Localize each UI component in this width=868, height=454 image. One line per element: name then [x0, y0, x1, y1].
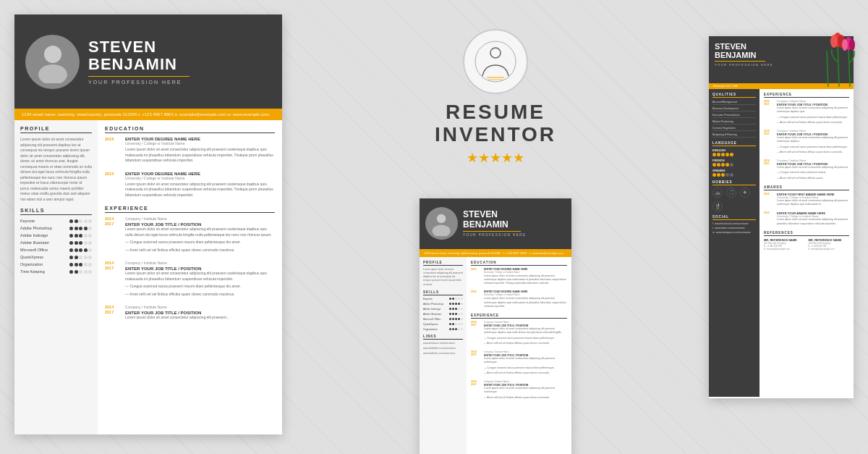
- profile-section-title: PROFILE: [20, 126, 92, 133]
- exp-item-2: 20142017 Company / Institute Name ENTER …: [105, 261, 275, 299]
- svg-point-7: [842, 39, 848, 51]
- exp-item-1: 20142017 Company / Institute Name ENTER …: [105, 217, 275, 255]
- contact-bar-sm: 1234 street name, town/city, state/count…: [420, 249, 571, 257]
- resume-body: PROFILE Lorem ipsum dolor sit amet conse…: [14, 120, 282, 434]
- svg-line-2: [827, 51, 828, 87]
- svg-point-8: [849, 39, 855, 51]
- name-block-sm: STEVEN BENJAMIN YOUR PROFESSION HERE: [463, 210, 527, 236]
- name-sm-line1: STEVEN: [463, 210, 527, 219]
- name-sm-line2: BENJAMIN: [463, 220, 527, 230]
- experience-title: EXPERIENCE: [105, 206, 275, 213]
- profile-title-sm: PROFILE: [423, 261, 463, 266]
- contact-info: 1234 street name, town/city, state/count…: [22, 112, 269, 117]
- profession: YOUR PROFESSION HERE: [88, 80, 271, 85]
- svg-point-16: [433, 225, 451, 237]
- brand-section: RESUME INVENTOR ★★★★★: [435, 14, 556, 166]
- svg-point-15: [437, 214, 446, 223]
- hobby-bike-icon: 🚲: [712, 188, 723, 198]
- social-title: SOCIAL: [712, 215, 756, 220]
- skill-photoshop: Adobe Photoshop: [20, 226, 92, 230]
- main-container: STEVEN BENJAMIN YOUR PROFESSION HERE 123…: [0, 0, 868, 454]
- edu-item-1: 2015 ENTER YOUR DEGREE NAME HERE Univers…: [105, 137, 275, 166]
- skills-title-sm: SKILLS: [423, 290, 463, 295]
- name-divider: [88, 76, 190, 77]
- second-resume-header: STEVEN BENJAMIN YOUR PROFESSION HERE: [420, 198, 571, 249]
- main-resume-card: STEVEN BENJAMIN YOUR PROFESSION HERE 123…: [14, 14, 282, 434]
- name-line2: BENJAMIN: [88, 56, 271, 73]
- references-row: MR. REFERENCE NAME Job Title and Company…: [764, 238, 849, 251]
- white-right-col: EXPERIENCE 20142017 Company / Institute …: [760, 89, 854, 397]
- skill-quarkxpress: QuarkXpress: [20, 255, 92, 259]
- svg-point-12: [490, 48, 501, 58]
- name-line1: STEVEN: [88, 38, 271, 56]
- svg-line-1: [848, 47, 850, 87]
- skill-organization: Organization: [20, 262, 92, 266]
- svg-point-10: [38, 64, 67, 83]
- exp-title-third: EXPERIENCE: [764, 93, 849, 98]
- left-col-sm: PROFILE Lorem ipsum dolor sit amet conse…: [420, 257, 467, 454]
- svg-point-4: [830, 35, 838, 48]
- main-resume-header: STEVEN BENJAMIN YOUR PROFESSION HERE: [14, 14, 282, 109]
- dark-left-col: QUALITIES Account Management Business De…: [709, 89, 760, 397]
- skills-section-title: SKILLS: [20, 208, 92, 215]
- svg-line-0: [838, 43, 839, 87]
- svg-point-9: [44, 46, 61, 63]
- links-title-sm: LINKS: [423, 335, 463, 340]
- avatar-sm: [425, 207, 458, 240]
- hobby-music-icon: 🎵: [726, 188, 736, 198]
- education-title: EDUCATION: [105, 126, 275, 133]
- skill-keynote: Keynote: [20, 219, 92, 223]
- skills-list: Keynote Adobe Photoshop: [20, 219, 92, 274]
- skill-msoffice: Microsoft Office: [20, 248, 92, 252]
- divider-sm: [463, 231, 521, 232]
- flower-decoration: [810, 0, 868, 87]
- language-title: LANGUAGE: [712, 141, 756, 146]
- skill-timekeeping: Time Keeping: [20, 269, 92, 274]
- right-column: EDUCATION 2015 ENTER YOUR DEGREE NAME HE…: [98, 120, 282, 434]
- edu-item-2: 2015 ENTER YOUR DEGREE NAME HERE Univers…: [105, 172, 275, 201]
- center-section: RESUME INVENTOR ★★★★★ STEVEN BENJAMIN YO: [289, 14, 702, 454]
- qualities-title: QUALITIES: [712, 93, 756, 98]
- exp-item-3: 20142017 Company / Institute Name ENTER …: [105, 305, 275, 323]
- skill-illustrator: Adobe Illustrator: [20, 240, 92, 245]
- brand-logo: [463, 29, 528, 94]
- third-resume-card: STEVEN BENJAMIN YOUR PROFESSION HERE Was…: [709, 36, 854, 398]
- edu-title-sm: EDUCATION: [471, 261, 567, 266]
- left-column: PROFILE Lorem ipsum dolor sit amet conse…: [14, 120, 98, 434]
- right-col-sm: EDUCATION 2015 ENTER YOUR DEGREE NAME HE…: [467, 257, 571, 454]
- profession-sm: YOUR PROFESSION HERE: [463, 233, 527, 237]
- hobbies-title: HOBBIES: [712, 180, 756, 185]
- skill-indesign: Adobe Indesign: [20, 233, 92, 237]
- hobby-travel-icon: ✈: [740, 188, 750, 198]
- second-resume-card: STEVEN BENJAMIN YOUR PROFESSION HERE 123…: [420, 198, 571, 454]
- awards-title-third: AWARDS: [764, 185, 849, 190]
- resume-body-sm: PROFILE Lorem ipsum dolor sit amet conse…: [420, 257, 571, 454]
- resume-body-third: QUALITIES Account Management Business De…: [709, 89, 854, 397]
- ref-title-third: REFERENCES: [764, 231, 849, 236]
- profile-text: Lorem ipsum dolor sit amet consectetur a…: [20, 137, 92, 202]
- hobby-cook-icon: 🍴: [712, 201, 723, 211]
- name-block: STEVEN BENJAMIN YOUR PROFESSION HERE: [88, 38, 271, 85]
- brand-stars: ★★★★★: [467, 150, 524, 166]
- brand-title: RESUME INVENTOR: [435, 101, 556, 146]
- exp-title-sm: EXPERIENCE: [471, 314, 567, 319]
- divider-third: [715, 61, 765, 62]
- avatar: [25, 35, 80, 89]
- contact-bar: 1234 street name, town/city, state/count…: [14, 109, 282, 120]
